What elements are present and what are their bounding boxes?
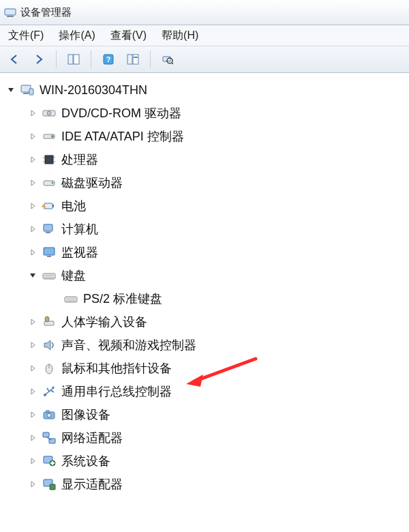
tree-item-monitor[interactable]: 监视器 bbox=[27, 241, 409, 264]
svg-rect-7 bbox=[133, 55, 138, 64]
tree-item-label: 监视器 bbox=[61, 241, 98, 264]
svg-text:?: ? bbox=[106, 55, 111, 63]
separator bbox=[150, 50, 151, 68]
svg-rect-1 bbox=[7, 16, 14, 17]
menu-action[interactable]: 操作(A) bbox=[59, 29, 95, 43]
svg-rect-55 bbox=[50, 484, 55, 490]
tree-item-hid[interactable]: 人体学输入设备 bbox=[27, 310, 409, 334]
tree-item-label: 显示适配器 bbox=[61, 473, 123, 496]
tree-item-label: IDE ATA/ATAPI 控制器 bbox=[61, 125, 184, 148]
ide-icon bbox=[41, 128, 57, 145]
tree-item-label: 键盘 bbox=[61, 264, 86, 287]
tree-item-dvd[interactable]: DVD/CD-ROM 驱动器 bbox=[27, 102, 409, 125]
svg-rect-31 bbox=[47, 256, 51, 257]
tree-item-system[interactable]: 系统设备 bbox=[27, 449, 409, 473]
camera-icon bbox=[41, 407, 57, 423]
svg-rect-27 bbox=[52, 205, 54, 207]
window-title: 设备管理器 bbox=[20, 6, 72, 19]
tree-root[interactable]: WIN-20160304THN bbox=[5, 78, 409, 102]
expander-icon[interactable] bbox=[27, 226, 38, 233]
svg-rect-53 bbox=[50, 462, 55, 464]
scan-button[interactable] bbox=[157, 49, 178, 70]
tree-item-label: 电池 bbox=[61, 194, 86, 218]
svg-point-39 bbox=[45, 316, 49, 322]
tree-item-cpu[interactable]: 处理器 bbox=[27, 148, 409, 171]
system-icon bbox=[41, 453, 57, 469]
back-button[interactable] bbox=[4, 49, 25, 70]
expander-icon[interactable] bbox=[27, 156, 38, 163]
expander-icon[interactable] bbox=[27, 365, 38, 372]
svg-point-16 bbox=[47, 111, 51, 115]
cpu-icon bbox=[41, 151, 57, 168]
menubar: 文件(F) 操作(A) 查看(V) 帮助(H) bbox=[0, 25, 409, 46]
expander-icon[interactable] bbox=[27, 458, 38, 464]
tree-item-mouse[interactable]: 鼠标和其他指针设备 bbox=[27, 357, 409, 380]
tree-item-label: 通用串行总线控制器 bbox=[61, 380, 172, 403]
svg-rect-30 bbox=[44, 248, 55, 255]
svg-rect-19 bbox=[45, 156, 53, 164]
tree-item-battery[interactable]: 电池 bbox=[27, 194, 409, 218]
tree-root-label: WIN-20160304THN bbox=[40, 78, 147, 102]
forward-button[interactable] bbox=[29, 49, 49, 70]
svg-rect-2 bbox=[68, 55, 73, 64]
expander-icon[interactable] bbox=[27, 411, 38, 418]
expander-icon[interactable] bbox=[27, 179, 38, 186]
tree-item-label: 磁盘驱动器 bbox=[61, 171, 123, 194]
tree-item-image[interactable]: 图像设备 bbox=[27, 403, 409, 426]
pc-icon bbox=[41, 221, 57, 237]
expander-icon[interactable] bbox=[27, 133, 38, 140]
usb-icon bbox=[41, 383, 57, 400]
help-button[interactable]: ? bbox=[98, 49, 119, 70]
tree-item-network[interactable]: 网络适配器 bbox=[27, 426, 409, 449]
tree-item-label: 计算机 bbox=[61, 218, 98, 241]
expander-icon[interactable] bbox=[27, 110, 38, 117]
speaker-icon bbox=[41, 337, 57, 353]
expander-icon[interactable] bbox=[27, 388, 38, 395]
tree-item-label: 图像设备 bbox=[61, 403, 110, 426]
svg-point-25 bbox=[52, 182, 54, 184]
expander-icon[interactable] bbox=[27, 342, 38, 349]
tree-item-label: 人体学输入设备 bbox=[61, 310, 147, 334]
menu-file[interactable]: 文件(F) bbox=[8, 29, 44, 43]
tree-item-ide[interactable]: IDE ATA/ATAPI 控制器 bbox=[27, 125, 409, 148]
hdd-icon bbox=[41, 175, 57, 191]
toolbar: ? bbox=[0, 46, 409, 73]
svg-rect-0 bbox=[5, 9, 16, 15]
expander-icon[interactable] bbox=[27, 272, 38, 279]
tree-item-computer[interactable]: 计算机 bbox=[27, 218, 409, 241]
expander-icon[interactable] bbox=[27, 249, 38, 256]
tree-item-label: 网络适配器 bbox=[61, 426, 123, 449]
tree-item-sound[interactable]: 声音、视频和游戏控制器 bbox=[27, 334, 409, 357]
monitor-icon bbox=[41, 244, 57, 261]
tree-item-disk[interactable]: 磁盘驱动器 bbox=[27, 171, 409, 194]
svg-rect-46 bbox=[46, 411, 49, 413]
disc-icon bbox=[41, 105, 57, 121]
tree-item-display[interactable]: 显示适配器 bbox=[27, 473, 409, 496]
properties-button[interactable] bbox=[123, 49, 143, 70]
menu-view[interactable]: 查看(V) bbox=[110, 29, 147, 43]
app-icon bbox=[4, 6, 16, 18]
mouse-icon bbox=[41, 360, 57, 376]
expander-icon[interactable] bbox=[27, 434, 38, 441]
titlebar: 设备管理器 bbox=[0, 0, 409, 25]
expander-icon[interactable] bbox=[27, 203, 38, 209]
tree-item-usb[interactable]: 通用串行总线控制器 bbox=[27, 380, 409, 403]
keyboard-icon bbox=[63, 291, 79, 307]
tree-item-keyboard[interactable]: 键盘 bbox=[27, 264, 409, 287]
tree-item-label: 鼠标和其他指针设备 bbox=[61, 357, 172, 380]
expander-icon[interactable] bbox=[27, 481, 38, 488]
menu-help[interactable]: 帮助(H) bbox=[162, 29, 198, 43]
svg-point-45 bbox=[47, 413, 51, 417]
expander-icon[interactable] bbox=[27, 319, 38, 325]
showhide-button[interactable] bbox=[63, 49, 84, 70]
svg-rect-32 bbox=[43, 274, 55, 279]
tree-item-label: DVD/CD-ROM 驱动器 bbox=[61, 102, 181, 125]
device-tree[interactable]: WIN-20160304THN DVD/CD-ROM 驱动器 bbox=[0, 73, 409, 496]
svg-rect-26 bbox=[44, 203, 52, 209]
separator bbox=[91, 50, 91, 68]
display-icon bbox=[41, 476, 57, 492]
svg-rect-6 bbox=[127, 55, 132, 64]
expander-icon[interactable] bbox=[5, 87, 16, 93]
tree-item-ps2-keyboard[interactable]: PS/2 标准键盘 bbox=[49, 287, 409, 310]
svg-rect-47 bbox=[43, 432, 49, 437]
